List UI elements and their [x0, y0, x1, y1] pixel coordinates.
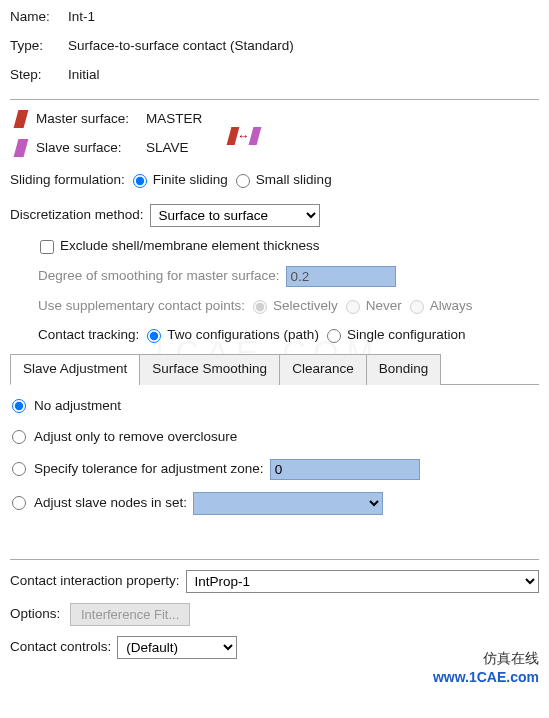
finite-sliding-option[interactable]: Finite sliding: [131, 171, 228, 190]
slave-surface-icon: [14, 139, 29, 157]
discretization-select[interactable]: Surface to surface: [150, 204, 320, 227]
type-value: Surface-to-surface contact (Standard): [68, 37, 294, 56]
adjust-set-select[interactable]: [193, 492, 383, 515]
adjust-overclosure-row[interactable]: Adjust only to remove overclosure: [10, 428, 539, 447]
smoothing-label: Degree of smoothing for master surface:: [38, 267, 280, 286]
smoothing-row: Degree of smoothing for master surface:: [38, 266, 539, 287]
adjust-overclosure-radio[interactable]: [12, 430, 26, 444]
name-row: Name: Int-1: [10, 8, 539, 27]
name-label: Name:: [10, 8, 58, 27]
supp-never-radio: [346, 300, 360, 314]
smoothing-input: [286, 266, 396, 287]
type-row: Type: Surface-to-surface contact (Standa…: [10, 37, 539, 56]
type-label: Type:: [10, 37, 58, 56]
discretization-label: Discretization method:: [10, 206, 144, 225]
slave-surface-row: Slave surface: SLAVE ↔: [16, 139, 539, 158]
master-surface-value: MASTER: [146, 110, 202, 129]
adjust-tolerance-row[interactable]: Specify tolerance for adjustment zone:: [10, 459, 539, 480]
tab-slave-adjustment[interactable]: Slave Adjustment: [10, 354, 140, 385]
adjust-set-label: Adjust slave nodes in set:: [34, 494, 187, 513]
contact-controls-label: Contact controls:: [10, 638, 111, 657]
no-adjustment-radio[interactable]: [12, 399, 26, 413]
adjust-tolerance-input[interactable]: [270, 459, 420, 480]
master-surface-icon: [14, 110, 29, 128]
sliding-formulation-row: Sliding formulation: Finite sliding Smal…: [10, 171, 539, 190]
adjust-set-radio[interactable]: [12, 496, 26, 510]
no-adjustment-row[interactable]: No adjustment: [10, 397, 539, 416]
options-label: Options:: [10, 605, 70, 624]
supplementary-row: Use supplementary contact points: Select…: [38, 297, 539, 316]
supp-selectively-radio: [253, 300, 267, 314]
step-label: Step:: [10, 66, 58, 85]
interference-fit-button: Interference Fit...: [70, 603, 190, 626]
master-surface-label: Master surface:: [36, 110, 146, 129]
small-sliding-option[interactable]: Small sliding: [234, 171, 332, 190]
supp-never-option: Never: [344, 297, 402, 316]
tab-clearance[interactable]: Clearance: [279, 354, 367, 385]
finite-sliding-radio[interactable]: [133, 174, 147, 188]
contact-controls-row: Contact controls: (Default): [10, 636, 539, 659]
supp-always-option: Always: [408, 297, 473, 316]
supp-always-radio: [410, 300, 424, 314]
swap-surfaces-button[interactable]: ↔: [229, 127, 259, 145]
exclude-shell-checkbox[interactable]: [40, 240, 54, 254]
tracking-label: Contact tracking:: [38, 326, 139, 345]
small-sliding-radio[interactable]: [236, 174, 250, 188]
adjust-tolerance-label: Specify tolerance for adjustment zone:: [34, 460, 264, 479]
tab-body-slave-adjustment: No adjustment Adjust only to remove over…: [10, 385, 539, 545]
exclude-shell-row: Exclude shell/membrane element thickness: [38, 237, 539, 256]
adjust-overclosure-label: Adjust only to remove overclosure: [34, 428, 237, 447]
adjust-tolerance-radio[interactable]: [12, 462, 26, 476]
discretization-row: Discretization method: Surface to surfac…: [10, 204, 539, 227]
options-row: Options: Interference Fit...: [10, 603, 539, 626]
tracking-single-radio[interactable]: [327, 329, 341, 343]
slave-surface-label: Slave surface:: [36, 139, 146, 158]
tabs: Slave Adjustment Surface Smoothing Clear…: [10, 353, 539, 385]
step-value: Initial: [68, 66, 100, 85]
slave-surface-value: SLAVE: [146, 139, 189, 158]
tracking-two-radio[interactable]: [147, 329, 161, 343]
tab-surface-smoothing[interactable]: Surface Smoothing: [139, 354, 280, 385]
interaction-property-row: Contact interaction property: IntProp-1: [10, 570, 539, 593]
tracking-single-option[interactable]: Single configuration: [325, 326, 466, 345]
contact-controls-select[interactable]: (Default): [117, 636, 237, 659]
interaction-property-select[interactable]: IntProp-1: [186, 570, 539, 593]
exclude-shell-label: Exclude shell/membrane element thickness: [60, 237, 320, 256]
interaction-property-label: Contact interaction property:: [10, 572, 180, 591]
tab-bonding[interactable]: Bonding: [366, 354, 442, 385]
sliding-label: Sliding formulation:: [10, 171, 125, 190]
name-value: Int-1: [68, 8, 95, 27]
no-adjustment-label: No adjustment: [34, 397, 121, 416]
contact-tracking-row: Contact tracking: Two configurations (pa…: [38, 326, 539, 345]
master-surface-row: Master surface: MASTER: [16, 110, 539, 129]
tracking-two-option[interactable]: Two configurations (path): [145, 326, 319, 345]
step-row: Step: Initial: [10, 66, 539, 85]
adjust-set-row[interactable]: Adjust slave nodes in set:: [10, 492, 539, 515]
supp-selectively-option: Selectively: [251, 297, 338, 316]
supplementary-label: Use supplementary contact points:: [38, 297, 245, 316]
